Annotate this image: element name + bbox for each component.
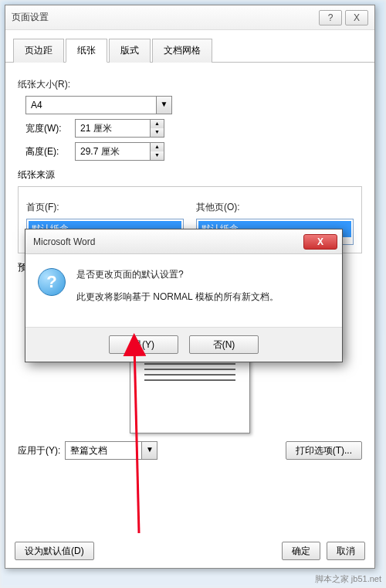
paper-size-value: A4 <box>26 97 156 114</box>
spin-up-icon[interactable]: ▲ <box>151 143 164 151</box>
apply-to-value: 整篇文档 <box>66 442 141 459</box>
close-icon[interactable]: X <box>303 234 337 250</box>
msgbox-line2: 此更改将影响基于 NORMAL 模板的所有新文档。 <box>76 291 279 304</box>
other-page-label: 其他页(O): <box>196 201 354 214</box>
tab-layout[interactable]: 版式 <box>109 39 151 63</box>
print-options-button[interactable]: 打印选项(T)... <box>286 441 362 460</box>
titlebar: 页面设置 ? X <box>5 5 374 30</box>
chevron-down-icon[interactable]: ▼ <box>156 97 171 114</box>
yes-button[interactable]: 是(Y) <box>109 335 178 354</box>
msgbox-titlebar: Microsoft Word X <box>25 229 342 254</box>
set-default-button[interactable]: 设为默认值(D) <box>15 542 94 560</box>
paper-source-label: 纸张来源 <box>18 168 362 182</box>
dialog-footer: 设为默认值(D) 确定 取消 <box>15 542 365 560</box>
confirm-dialog: Microsoft Word X ? 是否更改页面的默认设置? 此更改将影响基于… <box>25 229 343 362</box>
height-spinner[interactable]: 29.7 厘米 ▲▼ <box>75 142 164 161</box>
height-label: 高度(E): <box>25 145 75 158</box>
width-spinner[interactable]: 21 厘米 ▲▼ <box>75 119 164 138</box>
tab-paper[interactable]: 纸张 <box>66 39 107 63</box>
paper-size-label: 纸张大小(R): <box>18 78 362 91</box>
apply-to-label: 应用于(Y): <box>18 444 60 457</box>
paper-size-combo[interactable]: A4 ▼ <box>25 96 172 114</box>
cancel-button[interactable]: 取消 <box>327 542 365 560</box>
watermark: 脚本之家 jb51.net <box>315 573 381 585</box>
help-button[interactable]: ? <box>319 10 342 25</box>
no-button[interactable]: 否(N) <box>189 335 259 354</box>
msgbox-text: 是否更改页面的默认设置? 此更改将影响基于 NORMAL 模板的所有新文档。 <box>76 268 279 313</box>
dialog-title: 页面设置 <box>12 11 316 24</box>
spin-up-icon[interactable]: ▲ <box>151 120 164 128</box>
spin-down-icon[interactable]: ▼ <box>151 151 164 160</box>
tab-strip: 页边距 纸张 版式 文档网格 <box>5 30 374 63</box>
chevron-down-icon[interactable]: ▼ <box>141 442 157 459</box>
first-page-label: 首页(F): <box>26 201 184 214</box>
msgbox-line1: 是否更改页面的默认设置? <box>76 268 279 281</box>
msgbox-title: Microsoft Word <box>33 236 303 247</box>
ok-button[interactable]: 确定 <box>282 542 320 560</box>
width-value: 21 厘米 <box>76 120 150 137</box>
tab-grid[interactable]: 文档网格 <box>152 39 212 63</box>
spin-down-icon[interactable]: ▼ <box>151 128 164 137</box>
tab-margins[interactable]: 页边距 <box>13 39 64 63</box>
close-button[interactable]: X <box>345 10 368 25</box>
width-label: 宽度(W): <box>25 122 75 135</box>
question-icon: ? <box>38 268 66 296</box>
apply-to-combo[interactable]: 整篇文档 ▼ <box>65 441 157 460</box>
height-value: 29.7 厘米 <box>76 143 150 160</box>
